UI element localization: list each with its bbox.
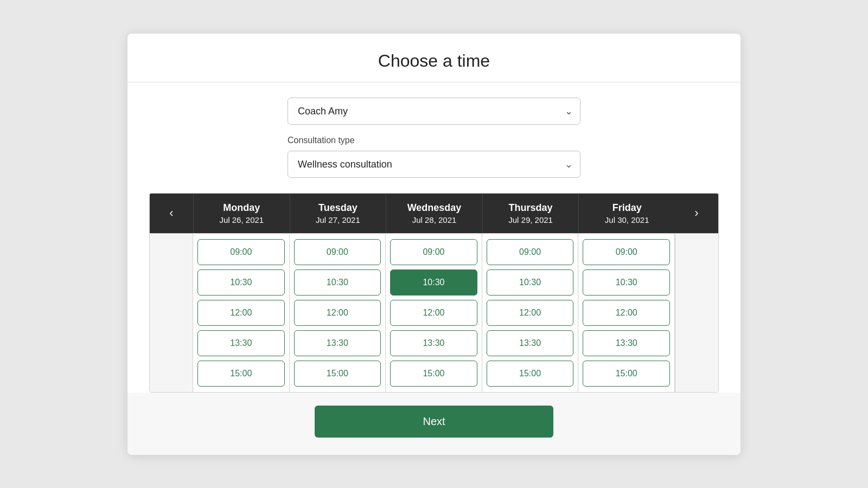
next-button[interactable]: Next — [315, 406, 553, 438]
calendar-day-thursday: Thursday Jul 29, 2021 — [482, 194, 579, 233]
time-slot-tue-1500[interactable]: 15:00 — [294, 361, 381, 387]
thursday-times: 09:00 10:30 12:00 13:30 15:00 — [482, 234, 579, 392]
time-slot-mon-1200[interactable]: 12:00 — [197, 300, 285, 326]
coach-selector-wrapper: Coach Amy Coach Bob Coach Carol ⌄ — [149, 98, 719, 125]
calendar-wrapper: ‹ Monday Jul 26, 2021 Tuesday Jul 27, 20… — [149, 193, 719, 393]
time-slot-wed-1200[interactable]: 12:00 — [390, 300, 477, 326]
wednesday-times: 09:00 10:30 12:00 13:30 15:00 — [386, 234, 482, 392]
modal-container: Choose a time Coach Amy Coach Bob Coach … — [127, 34, 741, 455]
consultation-type-section: Consultation type Wellness consultation … — [149, 136, 719, 178]
time-slot-mon-1330[interactable]: 13:30 — [197, 330, 285, 356]
page-title: Choose a time — [149, 51, 719, 71]
tuesday-times: 09:00 10:30 12:00 13:30 15:00 — [290, 234, 386, 392]
coach-select[interactable]: Coach Amy Coach Bob Coach Carol — [288, 98, 580, 125]
time-slot-mon-1030[interactable]: 10:30 — [197, 269, 285, 296]
time-slot-wed-1030[interactable]: 10:30 — [390, 269, 477, 296]
time-slot-thu-1200[interactable]: 12:00 — [487, 300, 574, 326]
calendar-day-friday: Friday Jul 30, 2021 — [578, 194, 675, 233]
time-slot-mon-1500[interactable]: 15:00 — [197, 361, 285, 387]
calendar-prev-button[interactable]: ‹ — [150, 194, 193, 233]
time-slot-wed-0900[interactable]: 09:00 — [390, 239, 477, 265]
calendar-body: 09:00 10:30 12:00 13:30 15:00 09:00 10:3… — [150, 233, 718, 392]
modal-footer: Next — [127, 393, 741, 455]
calendar-next-button[interactable]: › — [675, 194, 718, 233]
time-slot-thu-0900[interactable]: 09:00 — [487, 239, 574, 265]
calendar-day-wednesday: Wednesday Jul 28, 2021 — [386, 194, 482, 233]
time-slot-wed-1330[interactable]: 13:30 — [390, 330, 477, 356]
time-slot-tue-1330[interactable]: 13:30 — [294, 330, 381, 356]
time-slot-thu-1330[interactable]: 13:30 — [487, 330, 574, 356]
friday-times: 09:00 10:30 12:00 13:30 15:00 — [578, 234, 675, 392]
modal-body: Coach Amy Coach Bob Coach Carol ⌄ Consul… — [127, 82, 741, 393]
time-slot-tue-0900[interactable]: 09:00 — [294, 239, 381, 265]
consultation-select[interactable]: Wellness consultation Nutrition consulta… — [288, 151, 580, 178]
monday-times: 09:00 10:30 12:00 13:30 15:00 — [193, 234, 290, 392]
consultation-dropdown: Wellness consultation Nutrition consulta… — [288, 151, 580, 178]
time-slot-thu-1500[interactable]: 15:00 — [487, 361, 574, 387]
time-slot-tue-1030[interactable]: 10:30 — [294, 269, 381, 296]
time-slot-fri-1330[interactable]: 13:30 — [583, 330, 670, 356]
time-slot-fri-1030[interactable]: 10:30 — [583, 269, 670, 296]
calendar-right-spacer — [675, 234, 718, 392]
time-slot-wed-1500[interactable]: 15:00 — [390, 361, 477, 387]
calendar-day-tuesday: Tuesday Jul 27, 2021 — [290, 194, 386, 233]
time-slot-fri-0900[interactable]: 09:00 — [583, 239, 670, 265]
time-slot-thu-1030[interactable]: 10:30 — [487, 269, 574, 296]
consultation-type-label: Consultation type — [288, 136, 355, 145]
time-slot-fri-1500[interactable]: 15:00 — [583, 361, 670, 387]
time-slot-tue-1200[interactable]: 12:00 — [294, 300, 381, 326]
calendar-header: ‹ Monday Jul 26, 2021 Tuesday Jul 27, 20… — [150, 194, 718, 233]
calendar-left-spacer — [150, 234, 193, 392]
time-slot-mon-0900[interactable]: 09:00 — [197, 239, 285, 265]
modal-header: Choose a time — [127, 34, 741, 82]
time-slot-fri-1200[interactable]: 12:00 — [583, 300, 670, 326]
calendar-day-monday: Monday Jul 26, 2021 — [193, 194, 290, 233]
coach-dropdown: Coach Amy Coach Bob Coach Carol ⌄ — [288, 98, 580, 125]
